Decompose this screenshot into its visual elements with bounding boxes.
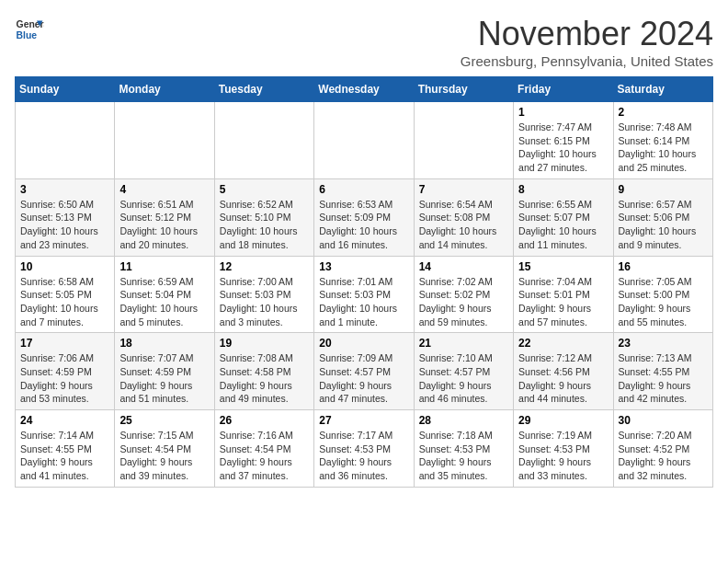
day-cell: 5Sunrise: 6:52 AM Sunset: 5:10 PM Daylig… xyxy=(214,178,313,256)
day-info: Sunrise: 7:17 AM Sunset: 4:53 PM Dayligh… xyxy=(319,429,408,483)
day-info: Sunrise: 6:58 AM Sunset: 5:05 PM Dayligh… xyxy=(20,275,109,329)
svg-text:Blue: Blue xyxy=(17,30,38,40)
day-info: Sunrise: 7:08 AM Sunset: 4:58 PM Dayligh… xyxy=(220,351,309,406)
month-title: November 2024 xyxy=(461,15,713,53)
day-cell: 13Sunrise: 7:01 AM Sunset: 5:03 PM Dayli… xyxy=(314,256,414,333)
logo-icon: General Blue xyxy=(15,15,44,44)
day-number: 22 xyxy=(518,337,608,350)
day-cell: 29Sunrise: 7:19 AM Sunset: 4:53 PM Dayli… xyxy=(514,410,613,488)
day-cell: 17Sunrise: 7:06 AM Sunset: 4:59 PM Dayli… xyxy=(16,333,115,410)
day-cell: 23Sunrise: 7:13 AM Sunset: 4:55 PM Dayli… xyxy=(613,333,712,410)
day-info: Sunrise: 6:50 AM Sunset: 5:13 PM Dayligh… xyxy=(20,198,109,252)
column-header-friday: Friday xyxy=(514,77,613,102)
day-info: Sunrise: 6:51 AM Sunset: 5:12 PM Dayligh… xyxy=(119,198,209,252)
day-cell: 8Sunrise: 6:55 AM Sunset: 5:07 PM Daylig… xyxy=(514,178,613,256)
page-header: General Blue November 2024 Greensburg, P… xyxy=(15,15,713,69)
day-number: 19 xyxy=(220,337,309,350)
day-cell: 25Sunrise: 7:15 AM Sunset: 4:54 PM Dayli… xyxy=(115,410,214,488)
day-number: 14 xyxy=(419,260,508,273)
day-number: 8 xyxy=(518,183,608,196)
week-row-1: 1Sunrise: 7:47 AM Sunset: 6:15 PM Daylig… xyxy=(16,102,713,179)
title-block: November 2024 Greensburg, Pennsylvania, … xyxy=(461,15,713,69)
day-cell: 16Sunrise: 7:05 AM Sunset: 5:00 PM Dayli… xyxy=(613,256,712,333)
day-cell: 9Sunrise: 6:57 AM Sunset: 5:06 PM Daylig… xyxy=(613,178,712,256)
day-cell: 14Sunrise: 7:02 AM Sunset: 5:02 PM Dayli… xyxy=(414,256,513,333)
column-header-sunday: Sunday xyxy=(16,77,115,102)
day-number: 13 xyxy=(319,260,408,273)
column-header-monday: Monday xyxy=(115,77,214,102)
week-row-2: 3Sunrise: 6:50 AM Sunset: 5:13 PM Daylig… xyxy=(16,178,713,256)
day-number: 10 xyxy=(20,260,109,273)
day-cell: 30Sunrise: 7:20 AM Sunset: 4:52 PM Dayli… xyxy=(613,410,712,488)
day-cell: 7Sunrise: 6:54 AM Sunset: 5:08 PM Daylig… xyxy=(414,178,513,256)
day-cell: 10Sunrise: 6:58 AM Sunset: 5:05 PM Dayli… xyxy=(16,256,115,333)
day-number: 9 xyxy=(619,183,708,196)
week-row-5: 24Sunrise: 7:14 AM Sunset: 4:55 PM Dayli… xyxy=(16,410,713,488)
day-info: Sunrise: 7:12 AM Sunset: 4:56 PM Dayligh… xyxy=(518,351,608,406)
location: Greensburg, Pennsylvania, United States xyxy=(461,53,713,69)
day-number: 6 xyxy=(319,183,408,196)
day-cell: 26Sunrise: 7:16 AM Sunset: 4:54 PM Dayli… xyxy=(214,410,313,488)
day-info: Sunrise: 7:04 AM Sunset: 5:01 PM Dayligh… xyxy=(518,275,608,329)
day-cell: 4Sunrise: 6:51 AM Sunset: 5:12 PM Daylig… xyxy=(115,178,214,256)
day-cell: 20Sunrise: 7:09 AM Sunset: 4:57 PM Dayli… xyxy=(314,333,414,410)
day-number: 2 xyxy=(619,106,708,119)
day-number: 20 xyxy=(319,337,408,350)
day-info: Sunrise: 6:55 AM Sunset: 5:07 PM Dayligh… xyxy=(518,198,608,252)
day-info: Sunrise: 7:16 AM Sunset: 4:54 PM Dayligh… xyxy=(220,429,309,483)
day-number: 15 xyxy=(518,260,608,273)
day-cell xyxy=(414,102,513,179)
column-header-wednesday: Wednesday xyxy=(314,77,414,102)
day-info: Sunrise: 6:54 AM Sunset: 5:08 PM Dayligh… xyxy=(419,198,508,252)
day-info: Sunrise: 7:07 AM Sunset: 4:59 PM Dayligh… xyxy=(119,351,209,406)
day-cell: 24Sunrise: 7:14 AM Sunset: 4:55 PM Dayli… xyxy=(16,410,115,488)
day-number: 23 xyxy=(619,337,708,350)
day-number: 28 xyxy=(419,414,508,427)
column-header-saturday: Saturday xyxy=(613,77,712,102)
day-number: 4 xyxy=(119,183,209,196)
day-number: 21 xyxy=(419,337,508,350)
day-number: 1 xyxy=(518,106,608,119)
day-cell: 3Sunrise: 6:50 AM Sunset: 5:13 PM Daylig… xyxy=(16,178,115,256)
day-number: 18 xyxy=(119,337,209,350)
day-cell: 12Sunrise: 7:00 AM Sunset: 5:03 PM Dayli… xyxy=(214,256,313,333)
day-cell: 11Sunrise: 6:59 AM Sunset: 5:04 PM Dayli… xyxy=(115,256,214,333)
day-info: Sunrise: 7:18 AM Sunset: 4:53 PM Dayligh… xyxy=(419,429,508,483)
calendar-table: SundayMondayTuesdayWednesdayThursdayFrid… xyxy=(15,76,713,488)
day-info: Sunrise: 7:47 AM Sunset: 6:15 PM Dayligh… xyxy=(518,121,608,175)
day-cell: 21Sunrise: 7:10 AM Sunset: 4:57 PM Dayli… xyxy=(414,333,513,410)
day-cell: 15Sunrise: 7:04 AM Sunset: 5:01 PM Dayli… xyxy=(514,256,613,333)
day-number: 30 xyxy=(619,414,708,427)
day-number: 7 xyxy=(419,183,508,196)
day-number: 26 xyxy=(220,414,309,427)
day-info: Sunrise: 7:19 AM Sunset: 4:53 PM Dayligh… xyxy=(518,429,608,483)
day-cell: 1Sunrise: 7:47 AM Sunset: 6:15 PM Daylig… xyxy=(514,102,613,179)
day-info: Sunrise: 7:09 AM Sunset: 4:57 PM Dayligh… xyxy=(319,351,408,406)
day-info: Sunrise: 6:57 AM Sunset: 5:06 PM Dayligh… xyxy=(619,198,708,252)
column-header-thursday: Thursday xyxy=(414,77,513,102)
day-cell: 22Sunrise: 7:12 AM Sunset: 4:56 PM Dayli… xyxy=(514,333,613,410)
day-cell: 27Sunrise: 7:17 AM Sunset: 4:53 PM Dayli… xyxy=(314,410,414,488)
day-info: Sunrise: 7:05 AM Sunset: 5:00 PM Dayligh… xyxy=(619,275,708,329)
day-info: Sunrise: 7:15 AM Sunset: 4:54 PM Dayligh… xyxy=(119,429,209,483)
day-cell xyxy=(214,102,313,179)
day-number: 25 xyxy=(119,414,209,427)
day-number: 5 xyxy=(220,183,309,196)
day-info: Sunrise: 7:48 AM Sunset: 6:14 PM Dayligh… xyxy=(619,121,708,175)
week-row-4: 17Sunrise: 7:06 AM Sunset: 4:59 PM Dayli… xyxy=(16,333,713,410)
day-info: Sunrise: 7:00 AM Sunset: 5:03 PM Dayligh… xyxy=(220,275,309,329)
day-cell xyxy=(16,102,115,179)
day-info: Sunrise: 7:10 AM Sunset: 4:57 PM Dayligh… xyxy=(419,351,508,406)
day-cell xyxy=(314,102,414,179)
day-number: 29 xyxy=(518,414,608,427)
day-info: Sunrise: 7:13 AM Sunset: 4:55 PM Dayligh… xyxy=(619,351,708,406)
week-row-3: 10Sunrise: 6:58 AM Sunset: 5:05 PM Dayli… xyxy=(16,256,713,333)
header-row: SundayMondayTuesdayWednesdayThursdayFrid… xyxy=(16,77,713,102)
day-number: 12 xyxy=(220,260,309,273)
logo: General Blue xyxy=(15,15,44,44)
calendar-body: 1Sunrise: 7:47 AM Sunset: 6:15 PM Daylig… xyxy=(16,102,713,488)
day-info: Sunrise: 6:59 AM Sunset: 5:04 PM Dayligh… xyxy=(119,275,209,329)
day-info: Sunrise: 7:20 AM Sunset: 4:52 PM Dayligh… xyxy=(619,429,708,483)
day-number: 27 xyxy=(319,414,408,427)
day-info: Sunrise: 7:02 AM Sunset: 5:02 PM Dayligh… xyxy=(419,275,508,329)
